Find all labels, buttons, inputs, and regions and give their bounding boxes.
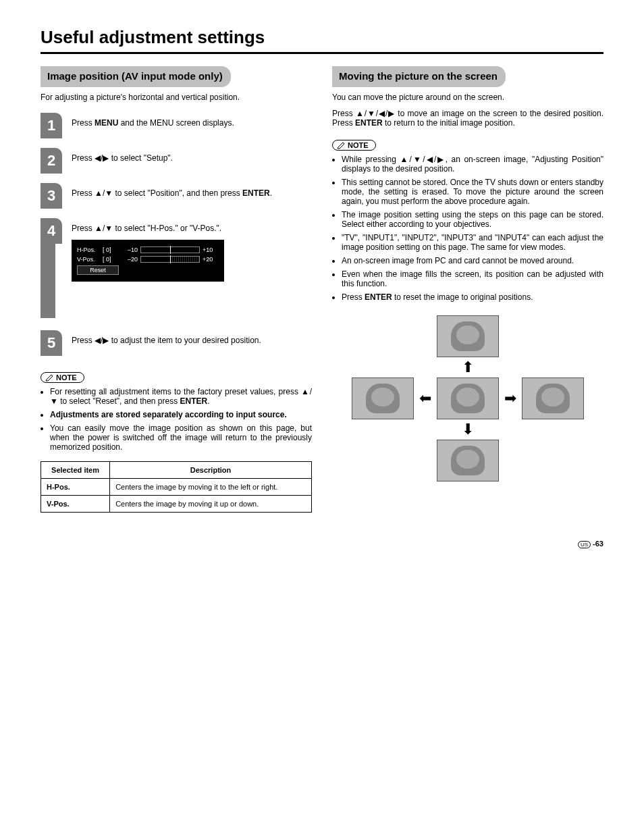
step-text: to select "Position", and then press [113,188,242,198]
note-item: Press ENTER to reset the image to origin… [342,292,603,302]
four-way-arrow-icon: ▲/▼/◀/▶ [356,109,395,118]
thumb-top [437,315,499,357]
step-text: to select "H-Pos." or "V-Pos.". [113,224,221,233]
up-down-arrow-icon: ▲/▼ [95,188,113,198]
thumb-right [522,377,584,419]
step-2: 2 Press ◀/▶ to select "Setup". [41,148,312,174]
intro-text: You can move the picture around on the s… [332,93,603,102]
table-cell: Centers the image by moving it up or dow… [110,495,312,512]
note-icon [337,141,345,149]
note-list: While pressing ▲/▼/◀/▶, an on-screen ima… [332,155,603,302]
left-right-arrow-icon: ◀/▶ [95,153,109,163]
step-text: Press [72,336,95,345]
osd-h-label: H-Pos. [77,246,103,253]
page-number: US-63 [41,540,603,548]
note-item: For resetting all adjustment items to th… [50,387,312,406]
down-arrow-icon: ⬇ [462,422,474,437]
menu-bold: MENU [95,118,118,128]
step-4: 4 Press ▲/▼ to select "H-Pos." or "V-Pos… [41,218,312,318]
step-number: 2 [41,148,62,174]
step-side-bar [41,244,55,318]
step-text: . [270,188,272,198]
step-text: to select "Setup". [109,153,173,163]
right-column: Moving the picture on the screen You can… [332,66,603,513]
table-cell: H-Pos. [41,478,110,495]
step-5: 5 Press ◀/▶ to adjust the item to your d… [41,330,312,356]
left-column: Image position (AV input mode only) For … [41,66,312,513]
osd-v-slider [140,256,200,263]
osd-v-max: +20 [203,256,219,263]
four-way-arrow-icon: ▲/▼/◀/▶ [400,155,445,164]
paragraph: Press ▲/▼/◀/▶ to move an image on the sc… [332,109,603,128]
table-cell: Centers the image by moving it to the le… [110,478,312,495]
osd-v-value: [ 0] [103,256,122,263]
step-text: Press [72,153,95,163]
up-down-arrow-icon: ▲/▼ [95,224,113,233]
step-text: Press [72,224,95,233]
osd-panel: H-Pos. [ 0] –10 +10 V-Pos. [ 0] –20 +20 … [72,240,224,282]
note-item: The image position setting using the ste… [342,210,603,229]
step-3: 3 Press ▲/▼ to select "Position", and th… [41,183,312,209]
osd-h-min: –10 [122,246,138,253]
note-item: This setting cannot be stored. Once the … [342,178,603,206]
thumb-center [437,377,499,419]
osd-h-slider [140,246,200,253]
step-text: Press [72,118,95,128]
step-text: to adjust the item to your desired posit… [109,336,261,345]
step-1: 1 Press MENU and the MENU screen display… [41,113,312,138]
step-number: 3 [41,183,62,209]
note-item: Even when the image fills the screen, it… [342,269,603,288]
osd-h-value: [ 0] [103,246,122,253]
left-arrow-icon: ⬅ [419,391,431,406]
osd-v-label: V-Pos. [77,256,103,263]
osd-v-min: –20 [122,256,138,263]
thumb-left [352,377,414,419]
note-item: You can easily move the image position a… [50,423,312,452]
note-item: Adjustments are stored separately accord… [50,410,312,419]
note-item: While pressing ▲/▼/◀/▶, an on-screen ima… [342,155,603,174]
osd-reset: Reset [77,265,119,275]
step-number: 1 [41,113,62,138]
step-text: Press [72,188,95,198]
section-heading-moving-picture: Moving the picture on the screen [332,66,506,87]
note-badge: NOTE [41,372,84,383]
table-header: Description [110,461,312,478]
note-badge: NOTE [332,140,376,151]
step-text: and the MENU screen displays. [118,118,234,128]
thumb-bottom [437,440,499,481]
right-arrow-icon: ➡ [504,391,516,406]
description-table: Selected item Description H-Pos. Centers… [41,461,312,513]
left-right-arrow-icon: ◀/▶ [95,336,109,345]
step-number: 4 [41,218,62,244]
up-arrow-icon: ⬆ [462,360,474,375]
note-label: NOTE [56,373,77,382]
table-header: Selected item [41,461,110,478]
note-item: "TV", "INPUT1", "INPUT2", "INPUT3" and "… [342,233,603,252]
us-badge: US [578,541,591,548]
note-icon [45,373,53,382]
rule [41,52,603,54]
osd-h-max: +10 [203,246,219,253]
note-item: An on-screen image from PC and card cann… [342,256,603,265]
section-heading-image-position: Image position (AV input mode only) [41,66,231,87]
intro-text: For adjusting a picture's horizontal and… [41,93,312,102]
note-label: NOTE [348,141,369,149]
illustration: ⬆ ⬅ ➡ ⬇ [332,315,603,481]
table-cell: V-Pos. [41,495,110,512]
step-number: 5 [41,330,62,356]
enter-bold: ENTER [242,188,270,198]
note-list: For resetting all adjustment items to th… [41,387,312,452]
page-title: Useful adjustment settings [41,27,603,48]
